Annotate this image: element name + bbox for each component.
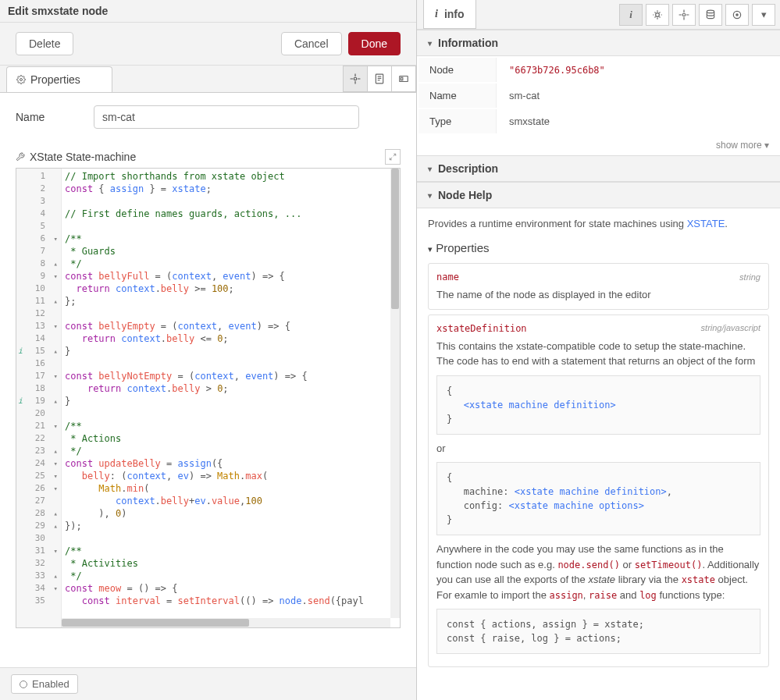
svg-point-14 — [736, 13, 738, 15]
show-more-link[interactable]: show more ▾ — [417, 135, 780, 155]
name-input[interactable] — [94, 105, 359, 129]
svg-point-1 — [354, 77, 357, 80]
nodehelp-section-header[interactable]: ▾ Node Help — [417, 182, 780, 208]
tab-label: Properties — [30, 73, 80, 86]
svg-rect-7 — [401, 77, 403, 80]
info-type-label: Type — [418, 109, 497, 133]
delete-button[interactable]: Delete — [16, 32, 73, 55]
tool-config[interactable] — [672, 4, 696, 26]
info-node-value: "6673b726.95c6b8" — [509, 65, 605, 76]
edit-panel-title: Edit smxstate node — [0, 0, 416, 23]
chevron-down-icon: ▾ — [428, 191, 432, 200]
name-field-label: Name — [16, 111, 94, 123]
info-table: Node "6673b726.95c6b8" Name sm-cat Type … — [417, 56, 780, 135]
help-content: Provides a runtime environment for state… — [417, 208, 780, 680]
prop-xstate-definition: xstateDefinition string/javascript This … — [428, 314, 769, 668]
svg-point-11 — [682, 13, 686, 16]
information-section-header[interactable]: ▾ Information — [417, 30, 780, 56]
prop-name: name string The name of the node as disp… — [428, 263, 769, 310]
description-section-header[interactable]: ▾ Description — [417, 155, 780, 182]
tab-icon-appearance[interactable] — [391, 66, 416, 92]
info-tab[interactable]: i info — [423, 0, 476, 29]
done-button[interactable]: Done — [348, 32, 401, 55]
svg-line-9 — [390, 158, 392, 160]
svg-line-8 — [394, 154, 396, 156]
editor-vertical-scrollbar[interactable] — [390, 169, 400, 618]
tool-dropdown[interactable]: ▾ — [752, 4, 775, 26]
expand-editor-button[interactable] — [385, 149, 401, 165]
circle-icon — [20, 680, 27, 688]
svg-point-10 — [656, 12, 660, 16]
tool-context[interactable] — [699, 4, 722, 26]
info-node-label: Node — [418, 58, 497, 82]
enabled-toggle[interactable]: Enabled — [11, 674, 78, 694]
settings-icon — [16, 75, 26, 84]
wrench-icon — [16, 152, 25, 162]
info-tab-label: info — [444, 8, 465, 20]
tool-info[interactable]: i — [619, 4, 643, 26]
xstate-link[interactable]: XSTATE — [687, 218, 725, 229]
tab-properties[interactable]: Properties — [6, 66, 112, 92]
code-editor[interactable]: 123456▾78▴9▾1011▴1213▾14i15▴1617▾18i19▴2… — [16, 168, 401, 628]
tab-icon-settings[interactable] — [343, 66, 368, 92]
info-type-value: smxstate — [498, 109, 778, 133]
code-example-3: const { actions, assign } = xstate; cons… — [436, 609, 760, 654]
info-icon: i — [435, 8, 438, 20]
code-example-1: { <xstate machine definition> } — [436, 375, 760, 435]
tool-debug[interactable] — [646, 4, 669, 26]
code-example-2: { machine: <xstate machine definition>, … — [436, 462, 760, 535]
svg-point-0 — [20, 79, 23, 81]
tool-target[interactable] — [725, 4, 749, 26]
chevron-down-icon: ▾ — [428, 39, 432, 48]
chevron-down-icon: ▾ — [428, 165, 432, 173]
info-name-value: sm-cat — [498, 84, 778, 108]
editor-section-label: XState State-machine — [30, 151, 136, 163]
info-name-label: Name — [418, 84, 497, 108]
editor-horizontal-scrollbar[interactable] — [62, 618, 390, 627]
enabled-label: Enabled — [32, 678, 69, 690]
svg-point-12 — [707, 10, 714, 12]
properties-heading[interactable]: ▾ Properties — [428, 240, 769, 258]
tab-icon-description[interactable] — [367, 66, 392, 92]
cancel-button[interactable]: Cancel — [281, 32, 342, 55]
